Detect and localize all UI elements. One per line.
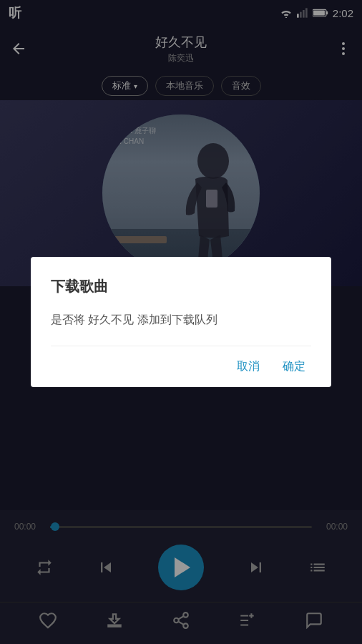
- dialog-confirm-button[interactable]: 确定: [277, 355, 311, 379]
- dialog-cancel-button[interactable]: 取消: [231, 355, 265, 379]
- dialog-content: 是否将 好久不见 添加到下载队列: [51, 311, 311, 329]
- dialog-title: 下载歌曲: [51, 277, 311, 296]
- dialog-buttons: 取消 确定: [51, 346, 311, 387]
- download-dialog: 下载歌曲 是否将 好久不见 添加到下载队列 取消 确定: [31, 257, 331, 388]
- dialog-overlay: 下载歌曲 是否将 好久不见 添加到下载队列 取消 确定: [0, 0, 362, 644]
